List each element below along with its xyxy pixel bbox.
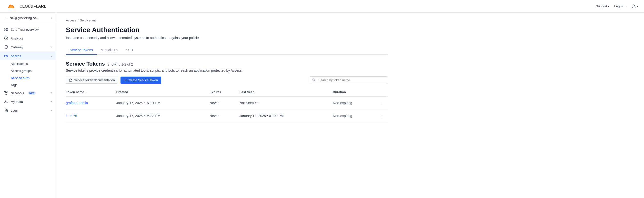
access-submenu: Applications Access groups Service auth … [0,60,56,88]
breadcrumb-current: Service auth [80,18,98,22]
content-inner: Access / Service auth Service Authentica… [56,13,398,128]
token-created-cell-2: January 17, 2025 • 05:38 PM [116,110,210,122]
sidebar-item-gateway[interactable]: Gateway ▾ [0,43,56,52]
table-body: grafana-admin January 17, 2025 • 07:01 P… [66,96,388,122]
token-more-button-2[interactable]: ⋮ [378,113,386,119]
col-duration: Duration [333,88,378,96]
token-link-ldds-75[interactable]: ldds-75 [66,114,77,118]
sidebar-item-networks-label: Networks [11,91,24,95]
sidebar-item-my-team[interactable]: My team ▾ [0,97,56,106]
sidebar-item-analytics-label: Analytics [11,36,24,40]
sidebar-sub-applications[interactable]: Applications [11,60,56,67]
search-icon [312,78,316,82]
col-expires: Expires [210,88,239,96]
section-title: Service Tokens [66,61,105,67]
cloudflare-logo: CLOUDFLARE [6,3,46,10]
sidebar-sub-service-auth[interactable]: Service auth [11,74,56,82]
sidebar-nav: Zero Trust overview Analytics Gate [0,23,56,198]
access-icon [4,54,8,58]
sidebar-item-access-label: Access [11,54,21,58]
cloudflare-text: CLOUDFLARE [20,4,46,8]
svg-point-0 [633,5,634,6]
tokens-table: Token name ↑ Created Expires Last Seen [66,88,388,122]
svg-rect-9 [6,94,6,94]
sidebar-sub-tags[interactable]: Tags [11,82,56,88]
tab-mutual-tls[interactable]: Mutual TLS [97,46,122,55]
create-token-label: Create Service Token [128,78,158,82]
sidebar-item-my-team-label: My team [11,100,23,104]
search-input[interactable] [310,76,388,84]
tokens-table-wrap: Token name ↑ Created Expires Last Seen [66,88,388,122]
svg-rect-4 [6,30,8,31]
tab-service-tokens[interactable]: Service Tokens [66,46,97,55]
doc-button[interactable]: Service token documentation [66,76,118,84]
svg-line-14 [314,80,315,81]
svg-rect-3 [5,30,6,31]
col-actions [378,88,388,96]
support-menu[interactable]: Support ▾ [596,4,609,8]
network-icon [4,91,8,95]
gateway-chevron-icon: ▾ [50,46,52,49]
doc-icon [69,78,72,82]
language-menu[interactable]: English ▾ [614,4,627,8]
sidebar-sub-access-groups[interactable]: Access groups [11,67,56,74]
table-header: Token name ↑ Created Expires Last Seen [66,88,388,96]
section-title-row: Service Tokens Showing 1-2 of 2 [66,61,388,67]
support-label: Support [596,4,607,8]
sidebar: ← Nik@gristleking.co... › Zero Trust ove… [0,13,56,198]
my-team-chevron-icon: ▾ [50,100,52,104]
svg-rect-2 [6,28,8,29]
sidebar-item-networks[interactable]: Networks New ▾ [0,88,56,97]
token-expires-cell-1: Never [210,96,239,110]
token-actions-cell-2: ⋮ [378,110,388,122]
sidebar-item-zero-trust[interactable]: Zero Trust overview [0,25,56,34]
networks-badge: New [28,92,36,94]
account-chevron-icon: › [51,16,52,20]
tab-ssh[interactable]: SSH [122,46,137,55]
top-nav-right: Support ▾ English ▾ ▾ [596,4,638,8]
networks-chevron-icon: ▾ [50,92,52,94]
account-left: ← Nik@gristleking.co... [4,16,39,20]
col-last-seen: Last Seen [240,88,333,96]
svg-rect-1 [5,28,6,29]
logs-icon [4,108,8,113]
chart-icon [4,36,8,40]
svg-point-10 [5,100,6,102]
sidebar-item-gateway-label: Gateway [11,45,23,49]
sort-icon[interactable]: ↑ [86,91,88,94]
user-menu[interactable]: ▾ [632,4,638,8]
breadcrumb-access-link[interactable]: Access [66,18,76,22]
account-switcher[interactable]: ← Nik@gristleking.co... › [0,13,56,23]
token-name-cell-1: grafana-admin [66,96,116,110]
create-token-button[interactable]: + Create Service Token [120,76,161,84]
svg-point-6 [6,55,6,56]
token-expires-cell-2: Never [210,110,239,122]
token-duration-cell-1: Non-expiring [333,96,378,110]
token-duration-cell-2: Non-expiring [333,110,378,122]
token-actions-cell-1: ⋮ [378,96,388,110]
gateway-icon [4,45,8,49]
sidebar-item-access[interactable]: Access ▴ [0,52,56,60]
page-description: Increase user security and allow automat… [66,36,388,40]
user-icon [632,4,636,8]
main-layout: ← Nik@gristleking.co... › Zero Trust ove… [0,13,644,198]
token-link-grafana-admin[interactable]: grafana-admin [66,101,88,105]
sidebar-item-logs[interactable]: Logs ▾ [0,106,56,115]
plus-icon: + [124,78,126,82]
token-last-seen-cell-2: January 19, 2025 • 01:00 PM [240,110,333,122]
sidebar-item-analytics[interactable]: Analytics [0,34,56,43]
search-wrapper [310,76,388,84]
svg-point-13 [313,78,315,81]
language-label: English [614,4,624,8]
token-last-seen-cell-1: Not Seen Yet [240,96,333,110]
users-icon [4,100,8,104]
section-header: Service Tokens Showing 1-2 of 2 Service … [66,61,388,72]
access-chevron-icon: ▴ [50,54,52,58]
table-row: grafana-admin January 17, 2025 • 07:01 P… [66,96,388,110]
grid-icon [4,27,8,32]
col-token-name: Token name ↑ [66,88,116,96]
token-more-button-1[interactable]: ⋮ [378,100,386,106]
cloudflare-logo-icon [6,3,18,10]
breadcrumb: Access / Service auth [66,18,388,22]
logs-chevron-icon: ▾ [50,109,52,112]
